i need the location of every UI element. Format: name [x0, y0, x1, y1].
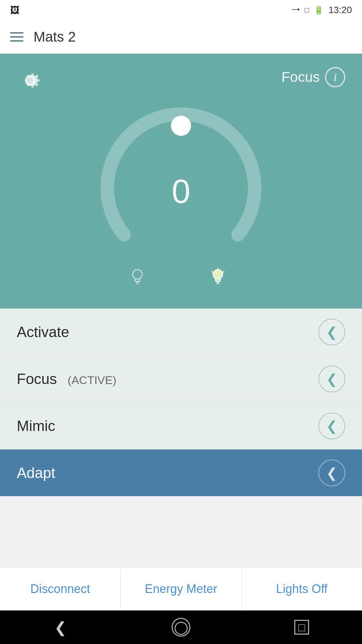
- nav-bar: ❮ ◯ □: [0, 610, 362, 644]
- bottom-bar: Disconnect Energy Meter Lights Off: [0, 567, 362, 610]
- svg-point-1: [133, 270, 142, 279]
- energy-meter-button[interactable]: Energy Meter: [121, 567, 241, 610]
- mimic-menu-item[interactable]: Mimic ❮: [0, 402, 362, 449]
- activate-menu-item[interactable]: Activate ❮: [0, 309, 362, 356]
- image-icon: 🖼: [10, 5, 19, 16]
- dial-container[interactable]: 0: [97, 107, 265, 275]
- page-title: Mats 2: [34, 29, 76, 45]
- bulb-dim-icon: [127, 267, 147, 288]
- sim-icon: □: [305, 6, 309, 14]
- focus-label-area: Focus i: [282, 67, 345, 87]
- home-nav-button[interactable]: ◯: [168, 614, 194, 641]
- disconnect-label: Disconnect: [31, 582, 90, 596]
- info-button[interactable]: i: [325, 67, 345, 87]
- back-nav-button[interactable]: ❮: [47, 614, 74, 641]
- mimic-label: Mimic: [17, 418, 55, 434]
- lights-off-label: Lights Off: [276, 582, 327, 596]
- bulb-bright-icon: [208, 267, 228, 288]
- main-control-area: Focus i 0: [0, 54, 362, 309]
- activate-chevron-button[interactable]: ❮: [318, 319, 345, 345]
- activate-label: Activate: [17, 324, 69, 340]
- chevron-left-icon-2: ❮: [326, 371, 338, 387]
- clock: 13:20: [328, 5, 352, 15]
- energy-meter-label: Energy Meter: [145, 582, 217, 596]
- focus-menu-item[interactable]: Focus (ACTIVE) ❮: [0, 356, 362, 402]
- home-icon: ◯: [172, 618, 190, 637]
- lights-off-button[interactable]: Lights Off: [242, 567, 362, 610]
- status-bar-right: ⭢ □ 🔋 13:20: [291, 5, 352, 15]
- gear-icon[interactable]: [17, 67, 44, 94]
- recent-icon: □: [294, 620, 309, 635]
- disconnect-button[interactable]: Disconnect: [0, 567, 121, 610]
- adapt-chevron-button[interactable]: ❮: [318, 460, 345, 486]
- svg-point-4: [213, 270, 223, 279]
- chevron-left-icon-4: ❮: [326, 465, 338, 481]
- info-icon: i: [334, 70, 337, 84]
- dial-value: 0: [172, 172, 190, 211]
- svg-line-9: [212, 271, 213, 273]
- status-bar: 🖼 ⭢ □ 🔋 13:20: [0, 0, 362, 20]
- focus-label: Focus: [282, 69, 320, 85]
- chevron-left-icon: ❮: [326, 324, 338, 340]
- recent-nav-button[interactable]: □: [288, 614, 315, 641]
- chevron-left-icon-3: ❮: [326, 418, 338, 434]
- battery-icon: 🔋: [314, 5, 324, 15]
- back-icon: ❮: [54, 619, 67, 636]
- menu-section: Activate ❮ Focus (ACTIVE) ❮ Mimic ❮ Adap…: [0, 309, 362, 496]
- svg-line-8: [223, 271, 224, 273]
- focus-chevron-button[interactable]: ❮: [318, 366, 345, 392]
- hamburger-menu-icon[interactable]: [10, 32, 23, 42]
- focus-menu-label: Focus: [17, 371, 57, 387]
- bluetooth-icon: ⭢: [291, 5, 300, 15]
- svg-point-0: [171, 116, 191, 136]
- status-bar-left: 🖼: [10, 5, 19, 16]
- header: Mats 2: [0, 20, 362, 54]
- mimic-chevron-button[interactable]: ❮: [318, 413, 345, 439]
- adapt-label: Adapt: [17, 465, 55, 481]
- focus-active-badge: (ACTIVE): [68, 374, 116, 387]
- adapt-menu-item[interactable]: Adapt ❮: [0, 449, 362, 496]
